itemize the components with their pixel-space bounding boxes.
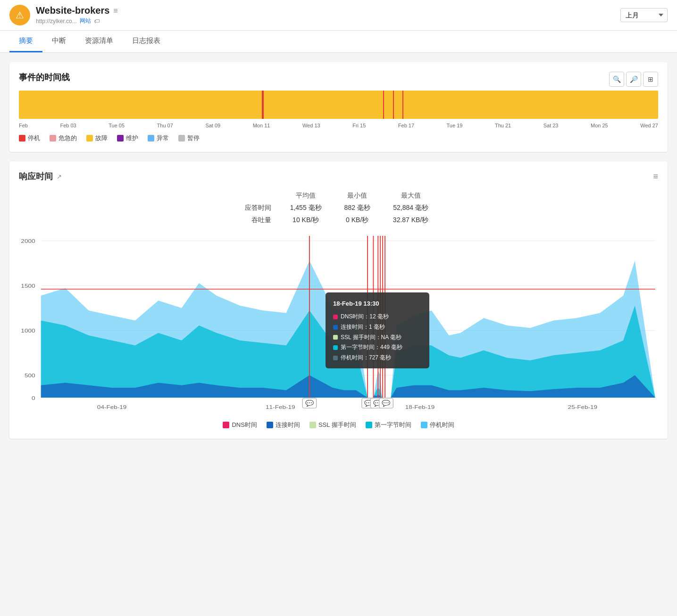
stat-max-response: 52,884 毫秒 bbox=[382, 202, 440, 214]
zoom-in-button[interactable]: 🔍 bbox=[609, 72, 624, 87]
tab-summary[interactable]: 摘要 bbox=[9, 31, 42, 52]
axis-label-11: Sat 23 bbox=[543, 123, 559, 128]
chart-area: 2000 1500 1000 500 0 bbox=[19, 236, 658, 415]
y-label-1500: 1500 bbox=[21, 283, 35, 289]
tag-icon: 🏷 bbox=[94, 18, 100, 25]
stat-row-throughput: 吞吐量 10 KB/秒 0 KB/秒 32.87 KB/秒 bbox=[237, 214, 440, 226]
tab-log-report[interactable]: 日志报表 bbox=[123, 31, 170, 52]
legend-outage: 停机 bbox=[19, 134, 40, 142]
y-label-1000: 1000 bbox=[21, 328, 35, 334]
response-time-header: 响应时间 ↗ ≡ bbox=[19, 171, 658, 182]
external-link-icon[interactable]: ↗ bbox=[57, 173, 62, 180]
legend-suspended: 暂停 bbox=[178, 134, 200, 142]
axis-label-3: Thu 07 bbox=[157, 123, 173, 128]
critical-label: 危急的 bbox=[59, 134, 77, 142]
timeline-legend: 停机 危急的 故障 维护 异常 暂停 bbox=[19, 134, 658, 142]
y-label-2000: 2000 bbox=[21, 238, 35, 244]
suspended-label: 暂停 bbox=[187, 134, 200, 142]
stat-avg-response: 1,455 毫秒 bbox=[279, 202, 333, 214]
axis-label-7: Fri 15 bbox=[352, 123, 366, 128]
main-content: 🔍 🔎 ⊞ 事件的时间线 Feb Feb 03 Tue 05 Thu 07 Sa… bbox=[0, 53, 677, 448]
timeline-axis: Feb Feb 03 Tue 05 Thu 07 Sat 09 Mon 11 W… bbox=[19, 123, 658, 128]
x-label-1: 04-Feb-19 bbox=[97, 404, 126, 410]
svg-text:💬: 💬 bbox=[305, 400, 314, 407]
anomaly-label: 异常 bbox=[157, 134, 169, 142]
y-label-500: 500 bbox=[25, 373, 35, 379]
chart-ssl-dot bbox=[309, 422, 316, 428]
hamburger-icon[interactable]: ≡ bbox=[113, 7, 117, 15]
chart-dns-label: DNS时间 bbox=[232, 421, 257, 429]
axis-label-8: Feb 17 bbox=[398, 123, 414, 128]
zoom-out-button[interactable]: 🔎 bbox=[626, 72, 641, 87]
chart-ssl-label: SSL 握手时间 bbox=[318, 421, 356, 429]
maintenance-dot bbox=[117, 135, 124, 142]
reset-zoom-button[interactable]: ⊞ bbox=[643, 72, 658, 87]
url-text: http://zylker.co... bbox=[36, 18, 77, 25]
chart-legend-connection: 连接时间 bbox=[267, 421, 300, 429]
trouble-label: 故障 bbox=[95, 134, 108, 142]
chart-connection-label: 连接时间 bbox=[276, 421, 300, 429]
response-time-card: 响应时间 ↗ ≡ 平均值 最小值 最大值 应答时间 1,455 bbox=[9, 161, 668, 439]
y-label-0: 0 bbox=[32, 395, 35, 401]
tab-interruption[interactable]: 中断 bbox=[42, 31, 75, 52]
incident-2 bbox=[383, 91, 384, 119]
stat-label-response: 应答时间 bbox=[237, 202, 279, 214]
stat-header-min: 最小值 bbox=[333, 190, 382, 202]
timeline-controls: 🔍 🔎 ⊞ bbox=[609, 72, 658, 87]
response-menu-icon[interactable]: ≡ bbox=[653, 172, 658, 182]
legend-maintenance: 维护 bbox=[117, 134, 138, 142]
response-time-title: 响应时间 bbox=[19, 171, 53, 182]
stat-max-throughput: 32.87 KB/秒 bbox=[382, 214, 440, 226]
incident-3 bbox=[393, 91, 394, 119]
stat-header-blank bbox=[237, 190, 279, 202]
chart-downtime-dot bbox=[421, 422, 427, 428]
chart-connection-dot bbox=[267, 422, 273, 428]
stat-header-max: 最大值 bbox=[382, 190, 440, 202]
period-select[interactable]: 上月 bbox=[620, 8, 668, 22]
timeline-card: 🔍 🔎 ⊞ 事件的时间线 Feb Feb 03 Tue 05 Thu 07 Sa… bbox=[9, 62, 668, 152]
anomaly-dot bbox=[148, 135, 154, 142]
website-link[interactable]: 网站 bbox=[80, 17, 91, 25]
chart-legend-downtime: 停机时间 bbox=[421, 421, 454, 429]
tab-resource-list[interactable]: 资源清单 bbox=[75, 31, 123, 52]
chart-legend-dns: DNS时间 bbox=[223, 421, 257, 429]
nav-tabs: 摘要 中断 资源清单 日志报表 bbox=[0, 31, 677, 53]
svg-text:💬: 💬 bbox=[382, 400, 391, 407]
header-info: Website-brokers ≡ http://zylker.co... 网站… bbox=[36, 5, 118, 25]
suspended-dot bbox=[178, 135, 185, 142]
incident-1 bbox=[262, 91, 264, 119]
stat-header-avg: 平均值 bbox=[279, 190, 333, 202]
chart-firstbyte-label: 第一字节时间 bbox=[375, 421, 411, 429]
legend-critical: 危急的 bbox=[50, 134, 77, 142]
chart-legend: DNS时间 连接时间 SSL 握手时间 第一字节时间 停机时间 bbox=[19, 421, 658, 429]
axis-label-10: Thu 21 bbox=[495, 123, 511, 128]
timeline-bar bbox=[19, 91, 658, 119]
stats-section: 平均值 最小值 最大值 应答时间 1,455 毫秒 882 毫秒 52,884 … bbox=[19, 190, 658, 226]
timeline-title: 事件的时间线 bbox=[19, 72, 658, 83]
axis-label-1: Feb 03 bbox=[60, 123, 76, 128]
legend-anomaly: 异常 bbox=[148, 134, 169, 142]
axis-label-6: Wed 13 bbox=[302, 123, 320, 128]
stat-row-response: 应答时间 1,455 毫秒 882 毫秒 52,884 毫秒 bbox=[237, 202, 440, 214]
x-label-3: 18-Feb-19 bbox=[405, 404, 435, 410]
outage-dot bbox=[19, 135, 25, 142]
axis-label-13: Wed 27 bbox=[640, 123, 658, 128]
axis-label-5: Mon 11 bbox=[253, 123, 270, 128]
stat-label-throughput: 吞吐量 bbox=[237, 214, 279, 226]
chart-firstbyte-dot bbox=[366, 422, 372, 428]
timeline-header: 🔍 🔎 ⊞ 事件的时间线 bbox=[19, 72, 658, 91]
stat-min-response: 882 毫秒 bbox=[333, 202, 382, 214]
axis-label-0: Feb bbox=[19, 123, 28, 128]
incident-4 bbox=[402, 91, 403, 119]
maintenance-label: 维护 bbox=[126, 134, 138, 142]
header-left: ⚠ Website-brokers ≡ http://zylker.co... … bbox=[9, 5, 613, 25]
site-name: Website-brokers bbox=[36, 5, 109, 16]
stat-avg-throughput: 10 KB/秒 bbox=[279, 214, 333, 226]
legend-trouble: 故障 bbox=[86, 134, 108, 142]
axis-label-9: Tue 19 bbox=[447, 123, 463, 128]
trouble-dot bbox=[86, 135, 93, 142]
chart-dns-dot bbox=[223, 422, 229, 428]
site-logo: ⚠ bbox=[9, 5, 30, 25]
x-label-2: 11-Feb-19 bbox=[266, 404, 295, 410]
chart-svg: 2000 1500 1000 500 0 bbox=[19, 236, 658, 415]
